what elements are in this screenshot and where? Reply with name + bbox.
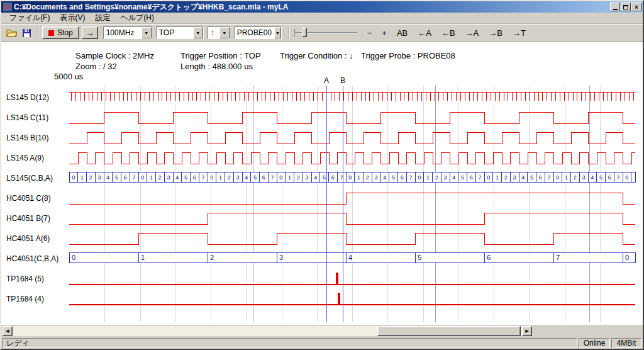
bus-value: 5 [530, 174, 533, 181]
open-folder-icon [6, 28, 17, 37]
chevron-down-icon[interactable]: ▼ [193, 27, 203, 38]
bus-value: 1 [80, 174, 84, 181]
jump-left-to-a-button[interactable]: ←A [414, 28, 435, 38]
slider-thumb[interactable] [302, 28, 307, 37]
minimize-button[interactable] [610, 3, 620, 11]
menu-help[interactable]: ヘルプ(H) [116, 12, 158, 24]
bus-value: 1 [565, 174, 568, 181]
cursor-ab-button[interactable]: AB [393, 28, 411, 38]
bus-value: 5 [115, 174, 118, 181]
cursor-a-label: A [324, 76, 329, 85]
menu-view[interactable]: 表示(V) [55, 12, 89, 24]
chevron-down-icon[interactable]: ▼ [219, 27, 230, 38]
bus-value: 1 [426, 174, 430, 181]
bus-value: 3 [236, 174, 240, 181]
maximize-button[interactable] [621, 3, 631, 11]
channel-label: LS145 A(9) [6, 154, 44, 162]
bus-value: 4 [591, 174, 594, 181]
zoom-in-button[interactable]: + [378, 28, 391, 38]
maximize-icon [623, 5, 628, 9]
bus-value: 4 [383, 174, 386, 181]
close-button[interactable]: × [631, 3, 641, 11]
stop-button-label: Stop [57, 28, 73, 37]
bus-value: 6 [193, 174, 196, 181]
toolbar-separator [289, 26, 290, 39]
bus-cell [277, 252, 346, 262]
jump-left-to-b-button[interactable]: ←B [438, 28, 459, 38]
bus-value: 0 [141, 174, 144, 181]
toolbar: Stop → 100MHz ▼ TOP ▼ ↑ ▼ PROBE00 ▼ − + … [1, 24, 643, 42]
bus-value: 6 [401, 174, 404, 181]
menubar: ファイル(F) 表示(V) 設定 ヘルプ(H) [1, 13, 643, 24]
bus-value: 3 [444, 174, 447, 181]
jump-right-to-b-button[interactable]: →B [485, 28, 506, 38]
open-file-button[interactable] [4, 26, 18, 40]
bus-value: 1 [288, 174, 291, 181]
jump-right-to-a-button[interactable]: →A [462, 28, 483, 38]
bus-value: 3 [306, 174, 309, 181]
trigger-edge-combo[interactable]: ↑ ▼ [208, 26, 230, 39]
channel-label: HC4051(C,B,A) [6, 254, 58, 263]
bus-value: 1 [357, 174, 360, 181]
bus-value: 0 [487, 174, 490, 181]
stop-button[interactable]: Stop [42, 26, 79, 39]
bus-value: 2 [297, 174, 300, 181]
floppy-disk-icon [22, 28, 31, 38]
bus-value: 2 [228, 174, 231, 181]
bus-value: 7 [271, 174, 274, 181]
bus-value: 0 [348, 174, 352, 181]
menu-settings[interactable]: 設定 [91, 12, 114, 24]
bus-value: 5 [599, 174, 602, 181]
save-file-button[interactable] [19, 26, 33, 40]
bus-value: 2 [210, 254, 214, 261]
trigger-position-combo[interactable]: TOP ▼ [156, 26, 204, 39]
bus-value: 6 [539, 174, 542, 181]
status-online: Online [579, 338, 610, 348]
sample-clock-value: 100MHz [104, 27, 142, 38]
bus-value: 0 [279, 174, 282, 181]
bus-cell [69, 252, 138, 262]
bus-value: 3 [98, 174, 101, 181]
chevron-down-icon[interactable]: ▼ [142, 27, 152, 38]
bus-value: 3 [279, 254, 283, 261]
bus-value: 7 [340, 174, 343, 181]
bus-cell [208, 252, 277, 262]
run-button[interactable]: → [82, 26, 98, 39]
trigger-probe-value: PROBE00 [235, 27, 274, 38]
scrollbar-track[interactable] [13, 326, 522, 336]
bus-value: 2 [366, 174, 369, 181]
bus-value: 4 [314, 174, 317, 181]
channel-label: LS145(C,B,A) [6, 174, 53, 183]
horizontal-scrollbar[interactable]: ◀ ▶ [3, 326, 532, 336]
sample-clock-combo[interactable]: 100MHz ▼ [103, 26, 152, 39]
bus-value: 0 [418, 174, 421, 181]
bus-value: 0 [72, 254, 75, 261]
bus-cell [484, 252, 553, 262]
bus-value: 3 [167, 174, 170, 181]
bus-value: 0 [556, 174, 559, 181]
zoom-slider[interactable] [294, 26, 357, 39]
bus-value: 5 [253, 174, 257, 181]
bus-value: 5 [461, 174, 464, 181]
app-icon [3, 3, 12, 11]
goto-trigger-button[interactable]: →T [509, 28, 530, 38]
trigger-probe-combo[interactable]: PROBE00 ▼ [234, 26, 282, 39]
channel-label: HC4051 A(6) [6, 234, 50, 243]
menu-file[interactable]: ファイル(F) [5, 12, 54, 24]
chevron-down-icon[interactable]: ▼ [274, 27, 281, 38]
channel-label: HC4051 B(7) [6, 214, 50, 223]
zoom-out-button[interactable]: − [364, 28, 376, 38]
cursor-b-label: B [340, 76, 345, 85]
bus-value: 2 [574, 174, 577, 181]
scroll-left-icon[interactable]: ◀ [3, 326, 13, 336]
scroll-row: ◀ ▶ [1, 325, 643, 337]
bus-value: 3 [513, 174, 516, 181]
bus-value: 5 [418, 254, 421, 261]
bus-value: 4 [348, 254, 352, 261]
scroll-right-icon[interactable]: ▶ [522, 326, 532, 336]
trigger-edge-value: ↑ [208, 27, 219, 38]
scrollbar-thumb[interactable] [377, 326, 521, 336]
bus-value: 1 [141, 254, 145, 261]
bus-value: 7 [409, 174, 413, 181]
bus-value: 1 [219, 174, 222, 181]
